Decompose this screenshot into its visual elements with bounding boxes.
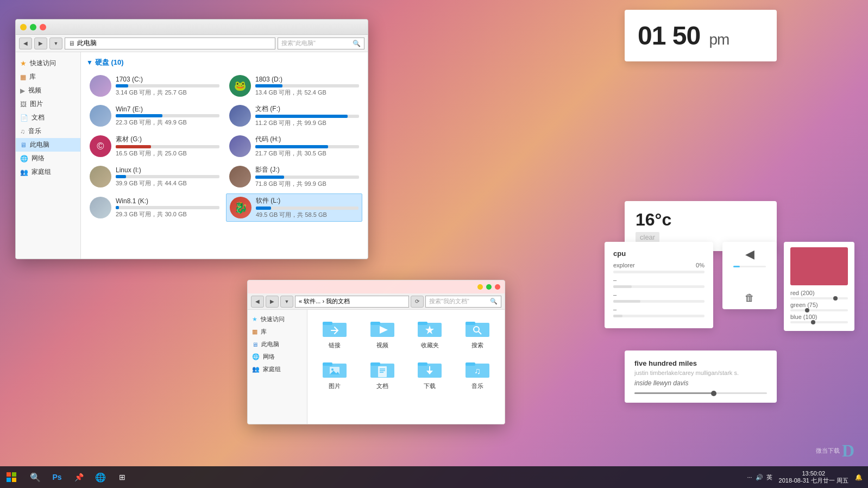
sidebar-homegroup[interactable]: 👥 家庭组 — [16, 165, 80, 179]
sidebar-network[interactable]: 🌐 网络 — [16, 152, 80, 165]
taskbar-globe-icon[interactable]: 🌐 — [90, 467, 111, 487]
drive-d-thumb: 🐸 — [229, 75, 251, 97]
sidebar-quick-access[interactable]: ★ 快速访问 — [16, 57, 80, 70]
drive-c-size: 3.14 GB 可用，共 25.7 GB — [116, 89, 219, 97]
cpu-row1-label: explorer — [613, 262, 635, 268]
drive-j-name: 影音 (J:) — [255, 165, 359, 174]
window-titlebar-2 — [248, 280, 505, 293]
sidebar2-this-pc[interactable]: 🖥此电脑 — [248, 338, 307, 351]
back-button-2[interactable]: ◀ — [251, 296, 264, 308]
refresh-button-2[interactable]: ⟳ — [411, 296, 424, 308]
sidebar-library[interactable]: ▦ 库 — [16, 70, 80, 84]
sidebar2-network[interactable]: 🌐网络 — [248, 351, 307, 363]
back-button-1[interactable]: ◀ — [19, 37, 32, 49]
drive-i[interactable]: Linux (I:) 39.9 GB 可用，共 44.4 GB — [86, 163, 223, 190]
folder-music[interactable]: ♫ 音乐 — [456, 356, 499, 392]
maximize-button-1[interactable] — [30, 24, 36, 30]
folder-pictures[interactable]: 图片 — [313, 356, 356, 392]
clock-ampm: pm — [709, 31, 729, 48]
address-bar-1[interactable]: 🖥 此电脑 — [65, 37, 275, 49]
search-bar-2[interactable]: 搜索"我的文档" 🔍 — [425, 296, 501, 308]
sidebar-video[interactable]: ▶ 视频 — [16, 84, 80, 97]
taskbar-clock: 13:50:02 2018-08-31 七月廿一 周五 — [776, 470, 852, 484]
folder-documents[interactable]: 文档 — [361, 356, 404, 392]
color-widget: red (200) green (75) blue (100) — [784, 242, 854, 331]
music-progress-fill — [634, 392, 714, 394]
sidebar-music[interactable]: ♫ 音乐 — [16, 124, 80, 138]
address-text-1: 此电脑 — [77, 39, 97, 48]
drive-f-info: 文档 (F:) 11.2 GB 可用，共 99.9 GB — [255, 104, 359, 127]
drive-j-info: 影音 (J:) 71.8 GB 可用，共 99.9 GB — [255, 165, 359, 188]
windows-icon — [7, 472, 16, 482]
music-progress-bar[interactable] — [634, 392, 767, 394]
svg-rect-30 — [7, 472, 11, 477]
sidebar-picture[interactable]: 🖼 图片 — [16, 97, 80, 111]
sidebar-this-pc[interactable]: 🖥 此电脑 — [16, 138, 80, 152]
taskbar-notification-icon[interactable]: 🔔 — [855, 474, 863, 481]
up-button-1[interactable]: ▼ — [49, 37, 62, 49]
sidebar-document[interactable]: 📄 文档 — [16, 111, 80, 124]
taskbar-lang[interactable]: 英 — [766, 473, 772, 481]
drive-l-info: 软件 (L:) 49.5 GB 可用，共 58.5 GB — [256, 196, 358, 219]
watermark-text: 微当下载 — [816, 447, 840, 455]
drive-l-size: 49.5 GB 可用，共 58.5 GB — [256, 211, 358, 219]
taskbar-volume-icon[interactable]: 🔊 — [756, 474, 763, 481]
sidebar2-library[interactable]: ▦库 — [248, 326, 307, 338]
red-slider[interactable] — [790, 297, 848, 299]
minimize-button-2[interactable] — [477, 284, 483, 290]
folder-search[interactable]: 搜索 — [456, 315, 499, 352]
taskbar-date: 2018-08-31 七月廿一 周五 — [779, 477, 848, 484]
svg-point-15 — [331, 368, 334, 371]
minimize-button-1[interactable] — [20, 24, 27, 30]
close-button-1[interactable] — [40, 24, 46, 30]
forward-button-1[interactable]: ▶ — [34, 37, 47, 49]
dropdown-button-2[interactable]: ▼ — [280, 296, 293, 308]
drive-l[interactable]: 🐉 软件 (L:) 49.5 GB 可用，共 58.5 GB — [226, 193, 362, 222]
drive-e[interactable]: Win7 (E:) 22.3 GB 可用，共 49.9 GB — [86, 102, 223, 129]
folder-favorites-label: 收藏夹 — [421, 341, 439, 349]
drive-c[interactable]: 1703 (C:) 3.14 GB 可用，共 25.7 GB — [86, 73, 223, 99]
taskbar-ps-icon[interactable]: Ps — [47, 467, 67, 487]
folder-video[interactable]: 视频 — [361, 315, 404, 352]
trash-icon[interactable]: 🗑 — [745, 292, 754, 304]
desktop: ◀ ▶ ▼ 🖥 此电脑 搜索"此电脑" 🔍 ★ 快速访问 ▦ 库 — [0, 0, 868, 488]
drive-j[interactable]: 影音 (J:) 71.8 GB 可用，共 99.9 GB — [226, 163, 362, 190]
folder-favorites[interactable]: 收藏夹 — [408, 315, 452, 352]
drive-c-info: 1703 (C:) 3.14 GB 可用，共 25.7 GB — [116, 76, 219, 97]
address-text-2: « 软件... › 我的文档 — [299, 297, 350, 305]
search-bar-1[interactable]: 搜索"此电脑" 🔍 — [278, 37, 364, 49]
drive-g[interactable]: © 素材 (G:) 16.5 GB 可用，共 25.0 GB — [86, 133, 223, 160]
forward-button-2[interactable]: ▶ — [266, 296, 279, 308]
folder-documents-label: 文档 — [376, 382, 388, 390]
drive-h-info: 代码 (H:) 21.7 GB 可用，共 30.5 GB — [255, 135, 359, 158]
blue-label: blue (100) — [790, 314, 848, 320]
drive-d[interactable]: 🐸 1803 (D:) 13.4 GB 可用，共 52.4 GB — [226, 73, 362, 99]
taskbar-tray-dots[interactable]: ··· — [747, 474, 752, 480]
green-slider[interactable] — [790, 309, 848, 311]
taskbar-pin-icon[interactable]: 📌 — [68, 467, 89, 487]
drives-grid: 1703 (C:) 3.14 GB 可用，共 25.7 GB 🐸 1803 (D… — [86, 73, 362, 222]
drive-f[interactable]: 文档 (F:) 11.2 GB 可用，共 99.9 GB — [226, 102, 362, 129]
maximize-button-2[interactable] — [486, 284, 492, 290]
folder-downloads-label: 下载 — [424, 382, 436, 390]
cpu-row2-label: – — [613, 277, 617, 283]
folder-downloads[interactable]: 下载 — [408, 356, 452, 392]
start-button[interactable] — [0, 466, 23, 488]
close-button-2[interactable] — [495, 284, 500, 290]
svg-rect-31 — [12, 472, 16, 477]
sidebar2-homegroup[interactable]: 👥家庭组 — [248, 363, 307, 376]
folder-search-label: 搜索 — [471, 341, 483, 349]
taskbar-search-icon[interactable]: 🔍 — [25, 467, 46, 487]
folder-links[interactable]: 链接 — [313, 315, 356, 352]
svg-rect-18 — [370, 362, 380, 366]
drive-h[interactable]: 代码 (H:) 21.7 GB 可用，共 30.5 GB — [226, 133, 362, 160]
speaker-icon[interactable]: ◀ — [745, 247, 754, 261]
address-bar-2[interactable]: « 软件... › 我的文档 — [295, 296, 409, 308]
drive-i-name: Linux (I:) — [116, 166, 219, 174]
blue-slider[interactable] — [790, 321, 848, 323]
sidebar2-quick-access[interactable]: ★快速访问 — [248, 313, 307, 326]
taskbar-app-icon[interactable]: ⊞ — [112, 467, 133, 487]
drive-k[interactable]: Win8.1 (K:) 29.3 GB 可用，共 30.0 GB — [86, 193, 223, 222]
music-album: inside llewyn davis — [634, 379, 767, 387]
drive-h-name: 代码 (H:) — [255, 135, 359, 144]
